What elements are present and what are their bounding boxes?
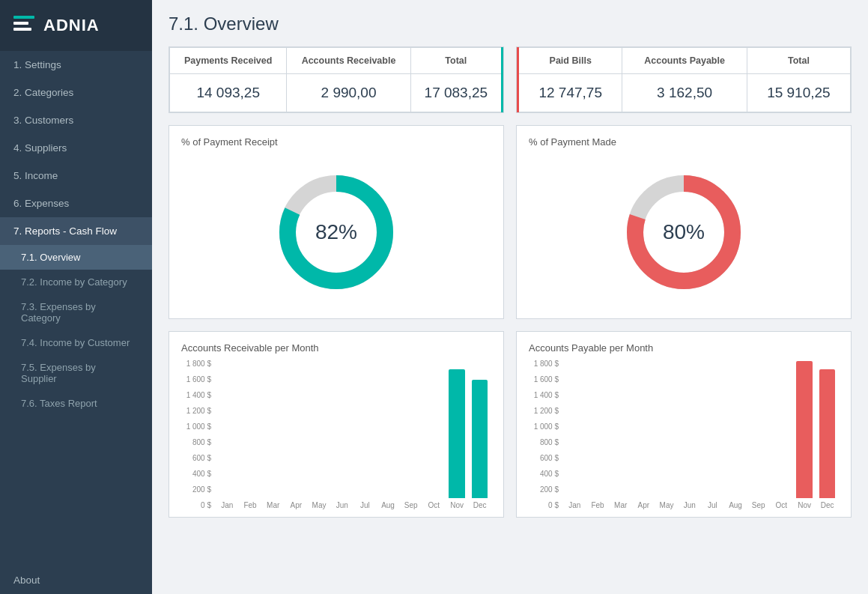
sidebar-subitem-income-cust[interactable]: 7.4. Income by Customer (0, 330, 152, 355)
svg-rect-0 (13, 16, 34, 19)
bar-col-sep: Sep (747, 498, 770, 509)
bar-label-may: May (660, 501, 674, 509)
y-tick: 1 600 $ (181, 375, 211, 384)
bar-col-dec: Dec (816, 369, 839, 509)
bar-label-feb: Feb (243, 501, 256, 509)
sidebar-subitem-taxes[interactable]: 7.6. Taxes Report (0, 391, 152, 416)
bar-label-sep: Sep (404, 501, 418, 509)
sidebar-subitem-expenses-sup[interactable]: 7.5. Expenses by Supplier (0, 355, 152, 391)
bar-label-nov: Nov (798, 501, 811, 509)
bar-label-oct: Oct (776, 501, 788, 509)
y-tick: 400 $ (181, 470, 211, 478)
logo-area: ADNIA (0, 0, 152, 51)
bar-col-jan: Jan (563, 498, 586, 509)
income-value-0: 14 093,25 (170, 74, 287, 112)
bar-label-dec: Dec (473, 501, 487, 509)
bar-label-oct: Oct (428, 501, 440, 509)
income-header-2: Total (410, 48, 502, 74)
expense-header-0: Paid Bills (518, 48, 622, 74)
income-value-1: 2 990,00 (287, 74, 410, 112)
bar-payable-card: Accounts Payable per Month 0 $200 $400 $… (516, 331, 852, 518)
y-tick: 0 $ (529, 501, 559, 509)
income-value-2: 17 083,25 (410, 74, 502, 112)
y-tick: 400 $ (529, 470, 559, 478)
bar-col-jul: Jul (701, 498, 724, 509)
bar-payable-wrapper: 0 $200 $400 $600 $800 $1 000 $1 200 $1 4… (529, 360, 839, 509)
expense-value-2: 15 910,25 (747, 74, 850, 112)
income-header-0: Payments Received (170, 48, 287, 74)
expense-value-0: 12 747,75 (518, 74, 622, 112)
bar-col-oct: Oct (770, 498, 793, 509)
bar-receivable-wrapper: 0 $200 $400 $600 $800 $1 000 $1 200 $1 4… (181, 360, 491, 509)
bar-col-feb: Feb (239, 498, 262, 509)
expense-value-1: 3 162,50 (622, 74, 747, 112)
bar-label-dec: Dec (821, 501, 834, 509)
bar-dec (819, 369, 835, 498)
bar-label-jul: Jul (708, 501, 717, 509)
y-axis-receivable: 0 $200 $400 $600 $800 $1 000 $1 200 $1 4… (181, 360, 216, 509)
main-content: 7.1. Overview Payments ReceivedAccounts … (152, 0, 868, 594)
bar-col-feb: Feb (586, 498, 610, 509)
bar-label-aug: Aug (729, 501, 742, 509)
bar-label-mar: Mar (267, 501, 279, 509)
sidebar-item-reports[interactable]: 7. Reports - Cash Flow (0, 217, 152, 245)
bar-label-may: May (312, 501, 327, 509)
y-tick: 0 $ (181, 501, 211, 509)
bar-label-apr: Apr (638, 501, 650, 509)
income-header-1: Accounts Receivable (287, 48, 410, 74)
bar-nov (449, 369, 464, 498)
y-tick: 1 400 $ (529, 391, 559, 399)
sidebar-subitem-income-cat[interactable]: 7.2. Income by Category (0, 270, 152, 294)
bar-label-jul: Jul (360, 501, 370, 509)
bar-charts-row: Accounts Receivable per Month 0 $200 $40… (169, 331, 852, 518)
bar-col-nov: Nov (793, 361, 816, 509)
donut-receipt-card: % of Payment Receipt 82% (169, 125, 504, 319)
sidebar-item-customers[interactable]: 3. Customers (0, 106, 152, 134)
donut-made-wrap: 80% (620, 169, 747, 296)
bar-col-mar: Mar (261, 498, 285, 509)
donut-made-title: % of Payment Made (529, 136, 839, 148)
sidebar-item-suppliers[interactable]: 4. Suppliers (0, 134, 152, 162)
sidebar-subitem-expenses-cat[interactable]: 7.3. Expenses by Category (0, 294, 152, 330)
y-tick: 800 $ (529, 438, 559, 446)
y-tick: 800 $ (181, 438, 211, 446)
expense-summary-table: Paid BillsAccounts PayableTotal 12 747,7… (516, 46, 852, 113)
sidebar-item-categories[interactable]: 2. Categories (0, 79, 152, 106)
svg-rect-2 (13, 28, 31, 31)
y-tick: 1 000 $ (181, 422, 211, 431)
donut-made-label: 80% (663, 220, 705, 244)
bar-col-apr: Apr (285, 498, 308, 509)
bar-col-jul: Jul (353, 498, 377, 509)
sidebar-subitem-overview[interactable]: 7.1. Overview (0, 245, 152, 270)
expense-header-1: Accounts Payable (622, 48, 747, 74)
sidebar: ADNIA 1. Settings2. Categories3. Custome… (0, 0, 152, 594)
sidebar-item-about[interactable]: About (0, 566, 152, 594)
bar-col-aug: Aug (377, 498, 400, 509)
y-tick: 1 200 $ (529, 407, 559, 415)
bar-label-jan: Jan (568, 501, 580, 509)
y-tick: 600 $ (181, 454, 211, 462)
bar-label-sep: Sep (752, 501, 765, 509)
y-tick: 1 600 $ (529, 375, 559, 384)
donut-receipt-label: 82% (315, 220, 357, 244)
bar-label-feb: Feb (591, 501, 604, 509)
sidebar-item-settings[interactable]: 1. Settings (0, 51, 152, 79)
logo-text: ADNIA (43, 16, 100, 35)
y-tick: 1 000 $ (529, 422, 559, 431)
bar-col-dec: Dec (468, 380, 491, 509)
sidebar-item-expenses[interactable]: 6. Expenses (0, 190, 152, 217)
sidebar-item-income[interactable]: 5. Income (0, 162, 152, 190)
bar-label-jun: Jun (336, 501, 348, 509)
y-tick: 600 $ (529, 454, 559, 462)
bar-label-jun: Jun (684, 501, 696, 509)
y-tick: 200 $ (529, 485, 559, 494)
bar-col-jan: Jan (216, 498, 239, 509)
donut-made-container: 80% (529, 154, 839, 311)
bar-col-oct: Oct (422, 498, 446, 509)
bar-receivable-inner: JanFebMarAprMayJunJulAugSepOctNovDec (216, 360, 491, 509)
y-tick: 200 $ (181, 485, 211, 494)
bar-label-apr: Apr (291, 501, 303, 509)
bar-payable-title: Accounts Payable per Month (529, 342, 839, 354)
bar-label-jan: Jan (221, 501, 233, 509)
bar-col-jun: Jun (330, 498, 353, 509)
